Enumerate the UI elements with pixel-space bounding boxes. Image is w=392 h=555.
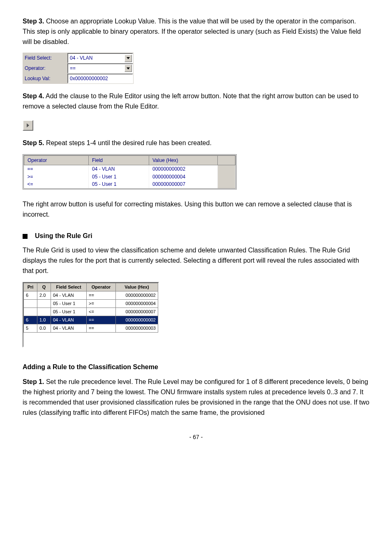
operator-arrow[interactable] bbox=[125, 65, 132, 72]
step5-text: Repeat steps 1-4 until the desired rule … bbox=[44, 139, 211, 146]
adding-rule-heading: Adding a Rule to the Classification Sche… bbox=[23, 362, 369, 372]
page-number: - 67 - bbox=[23, 433, 369, 442]
lookup-val-label: Lookup Val: bbox=[23, 74, 67, 84]
step4-text: Add the clause to the Rule Editor using … bbox=[23, 92, 358, 110]
step4-label: Step 4. bbox=[23, 92, 44, 99]
clause-th-operator: Operator bbox=[24, 155, 89, 165]
clause-row[interactable]: >= 05 - User 1 000000000004 bbox=[24, 173, 235, 181]
field-select-arrow[interactable] bbox=[125, 55, 132, 62]
rule-grid-row[interactable]: 6 2.0 04 - VLAN == 000000000002 bbox=[24, 291, 158, 299]
using-rule-grid-title: Using the Rule Gri bbox=[35, 231, 92, 241]
using-rule-grid-heading: Using the Rule Gri bbox=[23, 231, 369, 241]
clause-val: 000000000007 bbox=[149, 180, 218, 188]
step5-paragraph: Step 5. Repeat steps 1-4 until the desir… bbox=[23, 138, 369, 148]
clause-field: 05 - User 1 bbox=[89, 173, 149, 181]
rule-grid-row[interactable]: 5 0.0 04 - VLAN == 000000000003 bbox=[24, 324, 158, 332]
operator-value: == bbox=[70, 65, 76, 72]
bullet-square-icon bbox=[23, 234, 28, 239]
clause-th-value: Value (Hex) bbox=[149, 155, 218, 165]
rg-th-q: Q bbox=[37, 283, 51, 291]
rule-grid-row[interactable]: 05 - User 1 <= 000000000007 bbox=[24, 308, 158, 316]
step3-paragraph: Step 3. Choose an appropriate Lookup Val… bbox=[23, 16, 369, 47]
clause-th-field: Field bbox=[89, 155, 149, 165]
clause-row[interactable]: <= 05 - User 1 000000000007 bbox=[24, 180, 235, 188]
clause-field: 05 - User 1 bbox=[89, 180, 149, 188]
rule-grid-row[interactable]: 05 - User 1 >= 000000000004 bbox=[24, 299, 158, 308]
operator-label: Operator: bbox=[23, 63, 67, 74]
chevron-down-icon bbox=[127, 67, 130, 69]
adding-step1-label: Step 1. bbox=[23, 378, 44, 385]
right-arrow-button[interactable] bbox=[23, 120, 33, 131]
clause-op: <= bbox=[24, 180, 89, 188]
clause-op: >= bbox=[24, 173, 89, 181]
clause-row[interactable]: == 04 - VLAN 000000000002 bbox=[24, 165, 235, 173]
clause-table-header-row: Operator Field Value (Hex) bbox=[24, 155, 235, 165]
chevron-down-icon bbox=[127, 57, 130, 59]
rg-th-op: Operator bbox=[87, 283, 116, 291]
using-rule-grid-text: The Rule Grid is used to view the classi… bbox=[23, 245, 369, 276]
field-select-label: Field Select: bbox=[23, 53, 67, 63]
clause-field: 04 - VLAN bbox=[89, 165, 149, 173]
lookup-val-value: 0x000000000002 bbox=[70, 76, 108, 81]
clause-val: 000000000002 bbox=[149, 165, 218, 173]
rule-grid: Pri Q Field Select Operator Value (Hex) … bbox=[23, 282, 159, 347]
step3-text: Choose an appropriate Lookup Value. This… bbox=[23, 18, 361, 45]
right-arrow-note: The right arrow button is useful for cor… bbox=[23, 199, 369, 220]
rg-th-fs: Field Select bbox=[51, 283, 87, 291]
clause-th-spacer bbox=[218, 155, 235, 165]
field-select-value: 04 - VLAN bbox=[70, 54, 92, 62]
arrow-right-icon bbox=[27, 123, 29, 127]
lookup-form: Field Select: 04 - VLAN Operator: == Loo… bbox=[23, 53, 134, 84]
rule-grid-header-row: Pri Q Field Select Operator Value (Hex) bbox=[24, 283, 158, 291]
step5-label: Step 5. bbox=[23, 139, 44, 146]
step3-label: Step 3. bbox=[23, 18, 44, 25]
clause-table: Operator Field Value (Hex) == 04 - VLAN … bbox=[23, 154, 237, 190]
adding-step1-text: Set the rule precedence level. The Rule … bbox=[23, 378, 369, 416]
operator-dropdown[interactable]: == bbox=[67, 63, 133, 74]
rule-grid-row-selected[interactable]: 6 1.0 04 - VLAN == 000000000002 bbox=[24, 316, 158, 324]
lookup-val-input[interactable]: 0x000000000002 bbox=[67, 74, 133, 84]
adding-step1-paragraph: Step 1. Set the rule precedence level. T… bbox=[23, 377, 369, 418]
field-select-dropdown[interactable]: 04 - VLAN bbox=[67, 53, 133, 63]
rg-th-pri: Pri bbox=[24, 283, 37, 291]
clause-val: 000000000004 bbox=[149, 173, 218, 181]
rg-th-val: Value (Hex) bbox=[116, 283, 158, 291]
clause-op: == bbox=[24, 165, 89, 173]
step4-paragraph: Step 4. Add the clause to the Rule Edito… bbox=[23, 91, 369, 112]
